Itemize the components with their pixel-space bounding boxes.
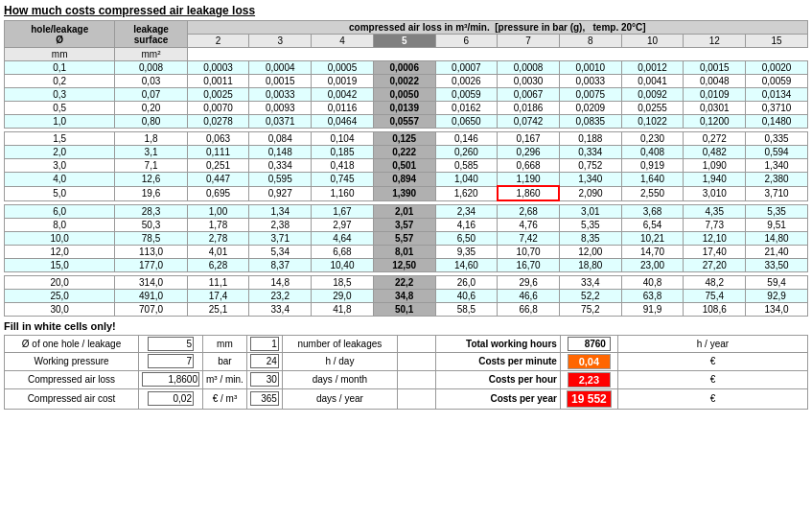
value-cell: 3,57 bbox=[373, 218, 435, 231]
hole-cell: 2,0 bbox=[5, 146, 115, 159]
value-cell: 1,340 bbox=[559, 173, 621, 187]
unit-mm: mm bbox=[5, 48, 115, 61]
value-cell: 0,0278 bbox=[187, 115, 249, 129]
hole-label: Ø of one hole / leakage bbox=[5, 335, 139, 352]
value-cell: 16,70 bbox=[498, 258, 560, 271]
surface-cell: 3,1 bbox=[115, 146, 187, 159]
days-month-input[interactable] bbox=[250, 372, 279, 387]
value-cell: 2,68 bbox=[498, 204, 560, 218]
value-cell: 0,167 bbox=[498, 132, 560, 146]
value-cell: 23,00 bbox=[621, 258, 684, 271]
value-cell: 0,0030 bbox=[498, 75, 560, 88]
value-cell: 0,084 bbox=[249, 132, 312, 146]
value-cell: 0,919 bbox=[621, 159, 684, 173]
value-cell: 0,0742 bbox=[498, 115, 560, 129]
surface-cell: 0,80 bbox=[115, 115, 187, 129]
air-loss-input[interactable] bbox=[142, 372, 199, 387]
value-cell: 3,710 bbox=[746, 186, 808, 200]
hole-cell: 15,0 bbox=[5, 258, 115, 271]
value-cell: 21,40 bbox=[746, 245, 808, 258]
value-cell: 0,447 bbox=[187, 173, 249, 187]
table-row: 20,0314,011,114,818,522,226,029,633,440,… bbox=[5, 275, 808, 289]
hole-input[interactable] bbox=[148, 337, 194, 351]
value-cell: 9,35 bbox=[435, 245, 498, 258]
cost-year-value: 19 552 bbox=[567, 390, 612, 408]
air-cost-input[interactable] bbox=[148, 391, 194, 406]
value-cell: 0,148 bbox=[249, 146, 312, 159]
pressure-input[interactable] bbox=[148, 354, 194, 368]
value-cell: 5,35 bbox=[746, 204, 808, 218]
value-cell: 108,6 bbox=[684, 302, 746, 316]
leakage-label: number of leakages bbox=[282, 335, 397, 352]
value-cell: 0,408 bbox=[621, 146, 684, 159]
value-cell: 66,8 bbox=[498, 302, 560, 316]
cost-hour-unit: € bbox=[617, 370, 807, 388]
value-cell: 1,78 bbox=[187, 218, 249, 231]
surface-cell: 707,0 bbox=[115, 302, 187, 316]
value-cell: 12,50 bbox=[373, 258, 435, 271]
value-cell: 9,51 bbox=[746, 218, 808, 231]
cost-minute-unit: € bbox=[617, 352, 807, 370]
table-row: 10,078,52,783,714,645,576,507,428,3510,2… bbox=[5, 231, 808, 245]
value-cell: 25,1 bbox=[187, 302, 249, 316]
value-cell: 50,1 bbox=[373, 302, 435, 316]
value-cell: 0,0835 bbox=[559, 115, 621, 129]
days-year-label: days / year bbox=[282, 388, 397, 409]
value-cell: 40,6 bbox=[435, 289, 498, 302]
value-cell: 0,595 bbox=[249, 173, 312, 187]
air-loss-unit: m³ / min. bbox=[203, 370, 247, 388]
value-cell: 0,745 bbox=[312, 173, 374, 187]
hole-input-cell bbox=[139, 335, 203, 352]
working-hours-unit: h / year bbox=[617, 335, 807, 352]
page-container: How much costs compressed air leakage lo… bbox=[4, 4, 808, 410]
hours-day-input[interactable] bbox=[250, 354, 279, 368]
value-cell: 1,67 bbox=[312, 204, 374, 218]
hole-cell: 4,0 bbox=[5, 173, 115, 187]
value-cell: 6,50 bbox=[435, 231, 498, 245]
air-cost-input-cell bbox=[139, 388, 203, 409]
value-cell: 14,80 bbox=[746, 231, 808, 245]
surface-cell: 0,008 bbox=[115, 61, 187, 75]
value-cell: 27,20 bbox=[684, 258, 746, 271]
hole-cell: 10,0 bbox=[5, 231, 115, 245]
leakage-count-input[interactable] bbox=[250, 337, 279, 351]
value-cell: 0,482 bbox=[684, 146, 746, 159]
col-10: 10 bbox=[621, 35, 684, 48]
value-cell: 6,68 bbox=[312, 245, 374, 258]
value-cell: 58,5 bbox=[435, 302, 498, 316]
value-cell: 0,668 bbox=[498, 159, 560, 173]
value-cell: 26,0 bbox=[435, 275, 498, 289]
hole-cell: 30,0 bbox=[5, 302, 115, 316]
surface-cell: 12,6 bbox=[115, 173, 187, 187]
col-2: 2 bbox=[187, 35, 249, 48]
value-cell: 0,0059 bbox=[435, 88, 498, 102]
value-cell: 0,1480 bbox=[746, 115, 808, 129]
value-cell: 4,64 bbox=[312, 231, 374, 245]
value-cell: 0,0093 bbox=[249, 102, 312, 115]
value-cell: 0,0026 bbox=[435, 75, 498, 88]
table-row: 1,00,800,02780,03710,04640,05570,06500,0… bbox=[5, 115, 808, 129]
value-cell: 0,0650 bbox=[435, 115, 498, 129]
surface-cell: 78,5 bbox=[115, 231, 187, 245]
table-row: 0,30,070,00250,00330,00420,00500,00590,0… bbox=[5, 88, 808, 102]
table-row: 2,03,10,1110,1480,1850,2220,2600,2960,33… bbox=[5, 146, 808, 159]
hole-cell: 20,0 bbox=[5, 275, 115, 289]
value-cell: 1,090 bbox=[684, 159, 746, 173]
value-cell: 0,0022 bbox=[373, 75, 435, 88]
value-cell: 2,550 bbox=[621, 186, 684, 200]
hole-cell: 12,0 bbox=[5, 245, 115, 258]
value-cell: 8,35 bbox=[559, 231, 621, 245]
value-cell: 14,60 bbox=[435, 258, 498, 271]
days-year-input[interactable] bbox=[250, 391, 279, 406]
value-cell: 1,620 bbox=[435, 186, 498, 200]
value-cell: 0,0092 bbox=[621, 88, 684, 102]
value-cell: 22,2 bbox=[373, 275, 435, 289]
value-cell: 0,296 bbox=[498, 146, 560, 159]
value-cell: 0,104 bbox=[312, 132, 374, 146]
bottom-section: Fill in white cells only! Ø of one hole … bbox=[4, 320, 808, 410]
value-cell: 18,5 bbox=[312, 275, 374, 289]
value-cell: 0,594 bbox=[746, 146, 808, 159]
value-cell: 10,70 bbox=[498, 245, 560, 258]
table-row: 0,10,0080,00030,00040,00050,00060,00070,… bbox=[5, 61, 808, 75]
value-cell: 2,380 bbox=[746, 173, 808, 187]
